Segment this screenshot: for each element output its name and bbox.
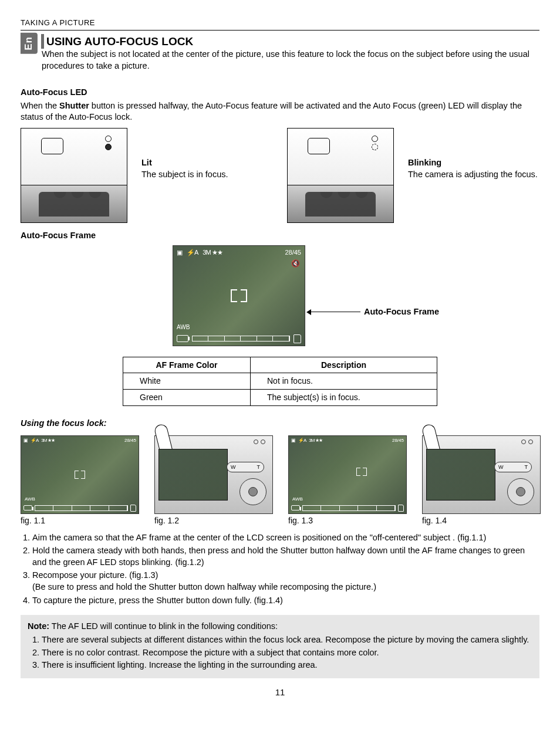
blink-desc: The camera is adjusting the focus. (408, 169, 539, 181)
led-icon (528, 439, 533, 444)
led-icon (254, 439, 258, 444)
cell: Not in focus. (251, 373, 437, 390)
list-item: There is insufficient lighting. Increase… (42, 660, 532, 671)
sd-card-icon (398, 505, 404, 512)
table-row: White Not in focus. (123, 373, 437, 390)
fig-1-1: ▣ ⚡A 3M ★★ 28/45 AWB (21, 435, 139, 514)
af-frame-heading: Auto-Focus Frame (21, 230, 539, 242)
shot-count: 28/45 (392, 438, 404, 444)
dpad-icon (507, 478, 534, 505)
battery-icon (23, 505, 32, 510)
text: When the (21, 101, 59, 110)
fig-caption: fig. 1.1 (21, 515, 138, 526)
dpad-icon (239, 478, 266, 505)
quality-icon: 3M ★★ (203, 248, 222, 257)
list-item: Recompose your picture. (fig.1.3) (Be su… (32, 570, 539, 593)
led-icon (261, 439, 265, 444)
led-lit-icon (105, 144, 112, 150)
list-item: There are several subjects at different … (42, 634, 532, 646)
list-item: To capture the picture, press the Shutte… (32, 595, 539, 607)
awb-label: AWB (177, 323, 190, 332)
camera-icon: ▣ (23, 438, 28, 444)
fig-1-3: ▣ ⚡A 3M ★★ 28/45 AWB (288, 435, 407, 514)
zoom-rocker: WT (494, 462, 532, 472)
af-led-desc: When the Shutter button is pressed halfw… (21, 100, 539, 123)
shutter-button-icon (41, 138, 63, 154)
led-blink-icon (372, 144, 378, 150)
exposure-bar-icon (35, 505, 128, 511)
battery-icon (177, 335, 188, 342)
fig-1-2: WT (154, 435, 273, 514)
note-lead: The AF LED will continue to blink in the… (49, 621, 278, 631)
list-item: Aim the camera so that the AF frame at t… (32, 532, 539, 544)
title-bar: En USING AUTO-FOCUS LOCK When the subjec… (21, 34, 539, 80)
fig-caption: fig. 1.3 (288, 515, 406, 526)
sd-card-icon (294, 334, 301, 343)
language-tab: En (21, 33, 38, 54)
shutter-button-icon (308, 138, 330, 154)
af-led-heading: Auto-Focus LED (21, 87, 539, 99)
col-af-color: AF Frame Color (123, 357, 251, 373)
page-number: 11 (21, 687, 539, 698)
lcd-screenshot: ▣ ⚡A 3M ★★ 28/45 🔇 AWB (173, 245, 305, 346)
battery-icon (291, 505, 300, 510)
af-color-table: AF Frame Color Description White Not in … (123, 357, 437, 407)
shot-count: 28/45 (285, 248, 301, 257)
lcd-icon (158, 449, 228, 501)
zoom-rocker: WT (227, 462, 264, 472)
section-header: TAKING A PICTURE (21, 18, 539, 31)
flash-icon: ⚡A (31, 438, 38, 444)
lcd-icon (426, 449, 495, 501)
note-label: Note: (28, 621, 49, 631)
steps-list: Aim the camera so that the AF frame at t… (21, 532, 539, 606)
af-frame-icon (356, 468, 367, 476)
note-box: Note: The AF LED will continue to blink … (21, 615, 539, 678)
camera-diagram-lit (21, 128, 127, 223)
cell: The subject(s) is in focus. (251, 390, 437, 406)
shutter-word: Shutter (59, 101, 89, 110)
cell: White (123, 373, 251, 390)
awb-label: AWB (292, 496, 303, 503)
exposure-bar-icon (192, 336, 290, 342)
flash-icon: ⚡A (298, 438, 306, 444)
page-title: USING AUTO-FOCUS LOCK (41, 34, 539, 49)
list-item: Hold the camera steady with both hands, … (32, 545, 539, 568)
sd-card-icon (130, 505, 136, 512)
cell: Green (123, 390, 251, 406)
af-frame-callout: Auto-Focus Frame (364, 306, 439, 318)
list-item: There is no color contrast. Recompose th… (42, 647, 532, 659)
camera-icon: ▣ (177, 248, 182, 257)
lit-desc: The subject is in focus. (141, 169, 273, 181)
shot-count: 28/45 (124, 438, 136, 444)
flash-icon: ⚡A (187, 248, 198, 257)
fig-1-4: WT (422, 435, 541, 514)
fig-caption: fig. 1.2 (154, 515, 272, 526)
col-description: Description (251, 357, 437, 373)
text: button is pressed halfway, the Auto-Focu… (21, 101, 522, 122)
led-icon (105, 136, 112, 142)
awb-label: AWB (25, 496, 35, 503)
callout-arrow-icon (310, 312, 360, 312)
exposure-bar-icon (302, 505, 396, 511)
led-icon (372, 136, 378, 142)
fig-caption: fig. 1.4 (422, 515, 539, 526)
intro-text: When the subject is not located at the c… (42, 49, 539, 72)
af-frame-icon (75, 471, 85, 479)
quality-icon: 3M ★★ (309, 438, 322, 444)
quality-icon: 3M ★★ (41, 438, 54, 444)
table-row: Green The subject(s) is in focus. (123, 390, 437, 406)
using-focus-lock-heading: Using the focus lock: (21, 418, 539, 430)
af-frame-icon (231, 289, 247, 302)
camera-diagram-blink (287, 128, 394, 223)
blink-label: Blinking (408, 158, 441, 167)
sound-icon: 🔇 (291, 259, 300, 268)
lit-label: Lit (141, 158, 152, 167)
camera-icon: ▣ (291, 438, 295, 444)
led-icon (521, 439, 526, 444)
table-header-row: AF Frame Color Description (123, 357, 437, 373)
